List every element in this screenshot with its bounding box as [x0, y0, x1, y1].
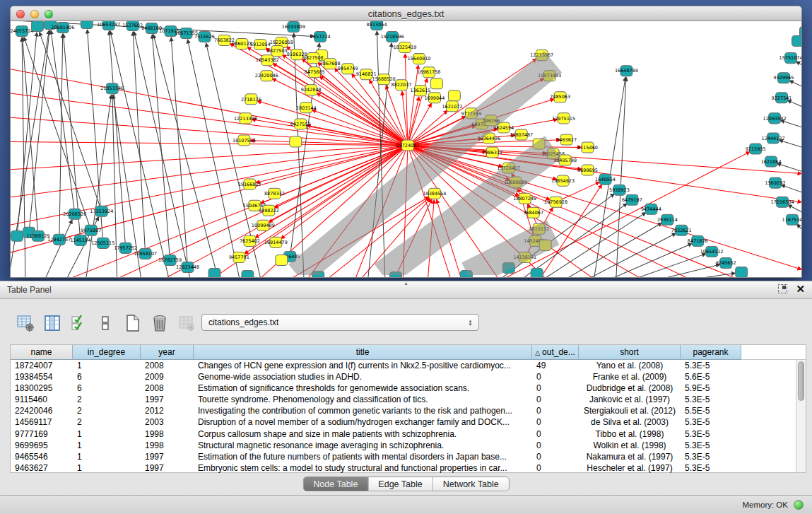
cell-title: Embryonic stem cells: a model to study s… — [194, 462, 532, 474]
table-row[interactable]: 1938455462009Genome-wide association stu… — [11, 371, 806, 382]
cell-in-degree: 2 — [73, 394, 141, 405]
column-header-title[interactable]: title — [194, 345, 532, 360]
cell-title: Investigating the contribution of common… — [194, 405, 532, 416]
cell-short: de Silva et al. (2003) — [579, 416, 681, 428]
column-header-in-degree[interactable]: in_degree — [73, 345, 141, 360]
cell-year: 2008 — [141, 382, 194, 394]
table-row[interactable]: 977716911998Corpus callosum shape and si… — [11, 428, 806, 440]
status-bar: Memory: OK — [0, 495, 812, 514]
table-row[interactable]: 1872400712008Changes of HCN gene express… — [11, 360, 806, 371]
network-view-window: citations_edges.txt 24055724206914061065… — [10, 6, 802, 278]
tab-node-table[interactable]: Node Table — [303, 477, 368, 491]
memory-status-label: Memory: OK — [742, 501, 788, 509]
delete-rows-button[interactable] — [150, 314, 169, 333]
cell-name: 9463627 — [11, 462, 73, 474]
panel-collapse-handle[interactable]: ▴ — [404, 281, 407, 286]
cell-pagerank: 5.3E-5 — [681, 462, 741, 474]
table-row[interactable]: 2242004622012Investigating the contribut… — [11, 405, 806, 416]
column-header-pagerank[interactable]: pagerank — [681, 345, 741, 360]
cell-in-degree: 1 — [73, 360, 141, 371]
cell-pagerank: 5.3E-5 — [681, 360, 741, 371]
cell-year: 1997 — [141, 394, 194, 405]
table-row[interactable]: 1456911722003Disruption of a novel membe… — [11, 416, 806, 428]
cell-in-degree: 1 — [73, 428, 141, 440]
cell-short: Franke et al. (2009) — [579, 371, 681, 382]
table-header-row: namein_degreeyeartitle△out_de...shortpag… — [11, 345, 806, 360]
table-selector-dropdown[interactable]: citations_edges.txt ▲▼ — [201, 314, 479, 331]
cell-year: 2012 — [141, 405, 194, 416]
cell-in-degree: 2 — [73, 416, 141, 428]
cell-in-degree: 6 — [73, 371, 141, 382]
column-header-filler — [741, 345, 806, 360]
column-header-out-de-[interactable]: △out_de... — [532, 345, 579, 360]
select-all-rows-button[interactable] — [69, 314, 88, 333]
show-columns-button[interactable] — [42, 314, 61, 333]
cell-title: Estimation of the future numbers of pati… — [194, 451, 532, 462]
cell-short: Yano et al. (2008) — [579, 360, 681, 371]
select-all-rows-icon — [70, 314, 88, 332]
cell-name: 22420046 — [11, 405, 73, 416]
memory-status-indicator[interactable] — [794, 500, 804, 510]
cell-year: 1998 — [141, 428, 194, 440]
cell-year: 1997 — [141, 462, 194, 474]
cell-title: Structural magnetic resonance image aver… — [194, 440, 532, 451]
cell-year: 2003 — [141, 416, 194, 428]
cell-out-de-: 0 — [532, 416, 579, 428]
table-settings-button[interactable] — [16, 314, 35, 333]
table-panel-title: Table Panel — [7, 285, 52, 295]
delete-table-icon — [177, 314, 196, 332]
cell-short: Wolkin et al. (1998) — [579, 440, 681, 451]
scrollbar-thumb[interactable] — [798, 361, 804, 401]
cell-name: 9699695 — [11, 440, 73, 451]
unselect-rows-button[interactable] — [96, 314, 115, 333]
cell-out-de-: 0 — [532, 428, 579, 440]
table-row[interactable]: 946362711997Embryonic stem cells: a mode… — [11, 462, 806, 474]
close-panel-icon[interactable]: ✕ — [796, 284, 805, 293]
window-title: citations_edges.txt — [11, 8, 801, 19]
cell-pagerank: 5.3E-5 — [681, 416, 741, 428]
new-document-button[interactable] — [123, 314, 142, 333]
cell-name: 14569117 — [11, 416, 73, 428]
cell-out-de-: 0 — [532, 451, 579, 462]
cell-title: Changes of HCN gene expression and I(f) … — [194, 360, 532, 371]
cell-year: 2009 — [141, 371, 194, 382]
table-row[interactable]: 969969511998Structural magnetic resonanc… — [11, 440, 806, 451]
cell-title: Tourette syndrome. Phenomenology and cla… — [194, 394, 532, 405]
float-panel-icon[interactable] — [778, 284, 787, 293]
cell-name: 9777169 — [11, 428, 73, 440]
table-toolbar: f(x) — [16, 313, 223, 334]
cell-year: 1998 — [141, 440, 194, 451]
cell-short: Tibbo et al. (1998) — [579, 428, 681, 440]
network-canvas[interactable]: 2405572420691406106532871527602846616010… — [10, 21, 802, 278]
cell-in-degree: 1 — [73, 462, 141, 474]
delete-table-button[interactable] — [177, 314, 196, 333]
cell-out-de-: 0 — [532, 405, 579, 416]
tab-edge-table[interactable]: Edge Table — [368, 477, 433, 491]
cell-name: 19384554 — [11, 371, 73, 382]
cell-title: Disruption of a novel member of a sodium… — [194, 416, 532, 428]
cell-out-de-: 0 — [532, 382, 579, 394]
cell-short: Stergiakouli et al. (2012) — [579, 405, 681, 416]
cell-in-degree: 1 — [73, 440, 141, 451]
cell-title: Corpus callosum shape and size in male p… — [194, 428, 532, 440]
cell-short: Dudbridge et al. (2008) — [579, 382, 681, 394]
table-row[interactable]: 1830029562008Estimation of significance … — [11, 382, 806, 394]
cell-name: 9115460 — [11, 394, 73, 405]
cell-pagerank: 5.3E-5 — [681, 428, 741, 440]
cell-in-degree: 6 — [73, 382, 141, 394]
cell-pagerank: 5.9E-5 — [681, 382, 741, 394]
column-header-name[interactable]: name — [11, 345, 73, 360]
column-header-year[interactable]: year — [141, 345, 194, 360]
tab-network-table[interactable]: Network Table — [433, 477, 509, 491]
table-row[interactable]: 946554611997Estimation of the future num… — [11, 451, 806, 462]
table-row[interactable]: 911546021997Tourette syndrome. Phenomeno… — [11, 394, 806, 405]
cell-pagerank: 5.3E-5 — [681, 440, 741, 451]
column-header-short[interactable]: short — [579, 345, 681, 360]
cell-out-de-: 0 — [532, 462, 579, 474]
graph-node[interactable] — [800, 27, 801, 37]
resize-grip-icon[interactable] — [8, 19, 799, 275]
cell-in-degree: 1 — [73, 451, 141, 462]
show-columns-icon — [43, 314, 61, 332]
new-document-icon — [124, 314, 142, 332]
table-scrollbar[interactable] — [796, 360, 806, 472]
